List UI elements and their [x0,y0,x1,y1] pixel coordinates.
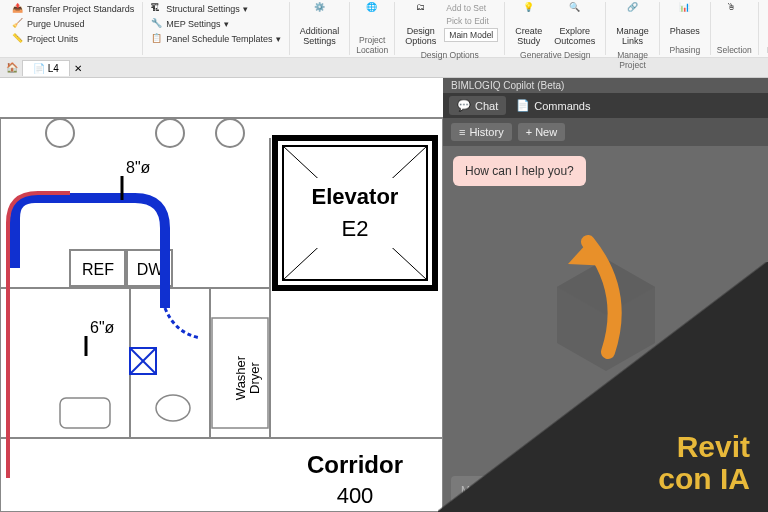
main-area: Elevator E2 Corridor 400 REF DW WasherDr… [0,78,768,512]
copilot-tabs: 💬Chat 📄Commands [443,93,768,118]
elevator-label: Elevator [312,184,399,209]
purge-unused-button[interactable]: 🧹Purge Unused [10,17,136,31]
ribbon-label-design-options: Design Options [401,48,498,60]
phases-button[interactable]: 📊Phases [666,2,704,38]
main-model-dropdown[interactable]: Main Model [444,28,498,42]
structural-settings-button[interactable]: 🏗Structural Settings▾ [149,2,282,16]
project-units-button[interactable]: 📏Project Units [10,32,136,46]
ribbon-group-design-options: 🗂Design Options Add to Set Pick to Edit … [395,2,505,55]
selection-button[interactable]: 🖱 [717,2,747,26]
duct-8-inch [15,198,165,308]
ribbon-label-location: Project Location [356,33,388,55]
design-options-button[interactable]: 🗂Design Options [401,2,440,48]
ribbon-group-location: 🌐 Project Location [350,2,395,55]
svg-point-22 [156,119,184,147]
elevator-code: E2 [342,216,369,241]
transfer-icon: 📤 [12,3,24,15]
promo-arrow-icon [538,222,648,362]
selection-icon: 🖱 [721,3,743,25]
ribbon-group-generative: 💡Create Study 🔍Explore Outcomes Generati… [505,2,606,55]
ribbon-group-settings-1: 📤Transfer Project Standards 🧹Purge Unuse… [4,2,143,55]
chevron-down-icon: ▾ [243,4,248,14]
duct-6-dim: 6"ø [90,319,115,336]
chevron-down-icon: ▾ [276,34,281,44]
promo-text: Revit con IA [658,431,750,494]
new-chat-button[interactable]: + New [518,123,566,141]
location-button[interactable]: 🌐 [356,2,386,26]
ribbon-group-settings-2: 🏗Structural Settings▾ 🔧MEP Settings▾ 📋Pa… [143,2,289,55]
units-icon: 📏 [12,33,24,45]
ribbon-group-manage-project: 🔗Manage Links Manage Project [606,2,660,55]
links-icon: 🔗 [622,3,644,25]
copilot-tab-commands[interactable]: 📄Commands [508,96,598,115]
purge-icon: 🧹 [12,18,24,30]
study-icon: 💡 [518,3,540,25]
structural-icon: 🏗 [151,3,163,15]
ribbon-label-manage-project: Manage Project [612,48,653,70]
corridor-label: Corridor [307,451,403,478]
panel-icon: 📋 [151,33,163,45]
explore-outcomes-button[interactable]: 🔍Explore Outcomes [550,2,599,48]
globe-icon: 🌐 [360,3,382,25]
mep-settings-button[interactable]: 🔧MEP Settings▾ [149,17,282,31]
ribbon-label-phasing: Phasing [666,43,704,55]
ribbon-group-selection: 🖱 Selection [711,2,759,55]
drawing-canvas[interactable]: Elevator E2 Corridor 400 REF DW WasherDr… [0,78,443,512]
ribbon-group-inquiry: ❓ Inquiry [759,2,768,55]
ribbon: 📤Transfer Project Standards 🧹Purge Unuse… [0,0,768,58]
copilot-toolbar: ≡History + New [443,118,768,146]
svg-point-21 [46,119,74,147]
svg-point-14 [156,395,190,421]
phases-icon: 📊 [674,3,696,25]
mep-icon: 🔧 [151,18,163,30]
additional-settings-button[interactable]: ⚙️Additional Settings [296,2,344,48]
history-icon: ≡ [459,126,465,138]
ref-label: REF [82,261,114,278]
ribbon-label-selection: Selection [717,43,752,55]
chevron-down-icon: ▾ [224,19,229,29]
duct-8-dim: 8"ø [126,159,151,176]
create-study-button[interactable]: 💡Create Study [511,2,546,48]
corridor-number: 400 [337,483,374,508]
floor-plan-svg: Elevator E2 Corridor 400 REF DW WasherDr… [0,78,443,512]
commands-icon: 📄 [516,99,530,112]
panel-schedule-templates-button[interactable]: 📋Panel Schedule Templates▾ [149,32,282,46]
document-tab-l4[interactable]: 📄 L4 [22,60,70,76]
options-icon: 🗂 [410,3,432,25]
manage-links-button[interactable]: 🔗Manage Links [612,2,653,48]
copilot-tab-chat[interactable]: 💬Chat [449,96,506,115]
outcomes-icon: 🔍 [564,3,586,25]
svg-rect-15 [60,398,110,428]
gear-icon: ⚙️ [308,3,330,25]
transfer-project-standards-button[interactable]: 📤Transfer Project Standards [10,2,136,16]
chat-icon: 💬 [457,99,471,112]
pick-to-edit-button: Pick to Edit [444,15,498,27]
close-tab-icon[interactable]: ✕ [74,63,84,73]
copilot-panel-title: BIMLOGIQ Copilot (Beta) [443,78,768,93]
ribbon-group-phasing: 📊Phases Phasing [660,2,711,55]
ribbon-group-additional: ⚙️Additional Settings [290,2,351,55]
assistant-message: How can I help you? [453,156,586,186]
add-to-set-button: Add to Set [444,2,498,14]
tabstrip-home-icon[interactable]: 🏠 [6,62,18,73]
svg-point-23 [216,119,244,147]
history-button[interactable]: ≡History [451,123,512,141]
washer-dryer-label: WasherDryer [233,355,262,400]
tab-icon: 📄 [33,63,45,74]
ribbon-label-generative: Generative Design [511,48,599,60]
